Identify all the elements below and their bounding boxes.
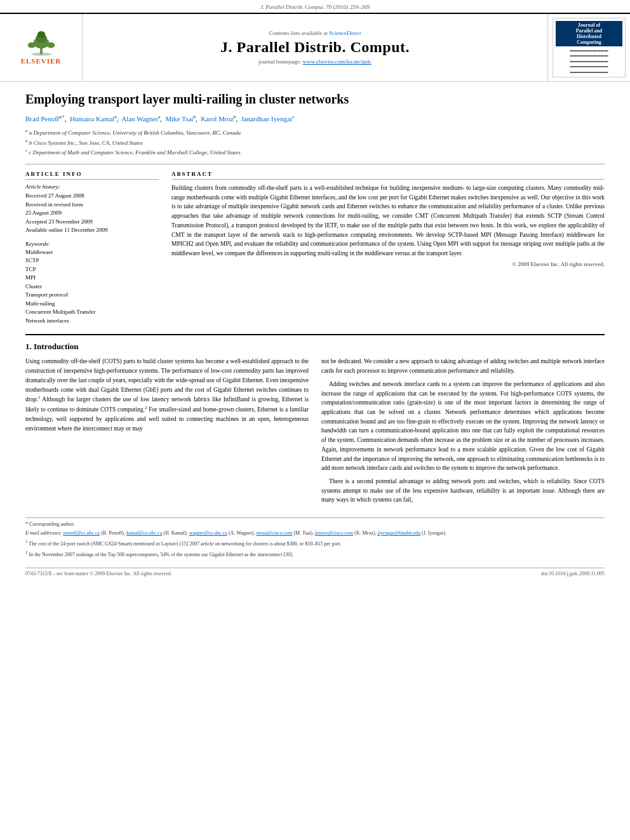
journal-title: J. Parallel Distrib. Comput. (220, 39, 410, 56)
body-left-col: Using commodity off-the-shelf (COTS) par… (25, 357, 309, 509)
email-iyengar[interactable]: jiyengar@fandm.edu (377, 530, 420, 536)
author-humaira: Humaira Kamal (70, 115, 115, 123)
sciencedirect-line: Contents lists available at ScienceDirec… (269, 30, 361, 36)
article-body: Employing transport layer multi-railing … (0, 82, 630, 583)
abstract-col: ABSTRACT Building clusters from commodit… (171, 171, 605, 325)
footnote-2: 2 In the November 2007 rankings of the T… (25, 549, 605, 559)
elsevier-logo-box: ELSEVIER (0, 14, 83, 81)
history-revised-label: Received in revised form (25, 201, 159, 209)
svg-point-1 (31, 53, 51, 56)
email-mroz[interactable]: kmroz@cisco.com (315, 530, 353, 536)
bottom-bar: 0743-7315/$ – see front matter © 2009 El… (25, 568, 605, 577)
svg-point-4 (37, 31, 44, 38)
keywords-section: Keywords: Middleware SCTP TCP MPI Cluste… (25, 241, 159, 326)
footnote-star: * Corresponding author. (25, 521, 605, 528)
footnotes-section: * Corresponding author. E-mail addresses… (25, 517, 605, 558)
journal-logo-lines: ▬▬▬▬▬▬▬▬▬▬ ▬▬▬▬▬▬▬▬▬▬ ▬▬▬▬▬▬▬▬▬▬ ▬▬▬▬▬▬▬… (556, 48, 622, 74)
copyright-line: © 2009 Elsevier Inc. All rights reserved… (171, 261, 605, 267)
history-received: Received 27 August 2008 (25, 192, 159, 200)
kw-network-interfaces: Network interfaces (25, 317, 159, 326)
section-title-intro: 1. Introduction (25, 342, 605, 352)
sciencedirect-link[interactable]: ScienceDirect (329, 30, 361, 36)
journal-homepage-link[interactable]: www.elsevier.com/locate/jpdc (303, 58, 372, 65)
journal-center: Contents lists available at ScienceDirec… (83, 14, 547, 81)
elsevier-tree-icon (19, 30, 64, 56)
body-two-col: Using commodity off-the-shelf (COTS) par… (25, 357, 605, 509)
history-label: Article history: (25, 183, 159, 190)
kw-sctp: SCTP (25, 257, 159, 265)
history-revised-date: 25 August 2009 (25, 209, 159, 217)
bottom-left: 0743-7315/$ – see front matter © 2009 El… (25, 571, 172, 577)
footnote-1: 1 The cost of the 24-port switch (SMC GS… (25, 538, 605, 548)
author-brad: Brad Penoff (25, 115, 59, 123)
citation-bar: J. Parallel Distrib. Comput. 70 (2010) 2… (0, 0, 630, 13)
article-info-col: ARTICLE INFO Article history: Received 2… (25, 171, 159, 325)
journal-logo-box: Journal ofParallel andDistributedComputi… (547, 14, 630, 81)
authors-line: Brad Penoffa,*, Humaira Kamala, Alan Wag… (25, 114, 605, 124)
author-alan: Alan Wagner (121, 115, 158, 123)
author-mike: Mike Tsai (165, 115, 193, 123)
intro-left-para: Using commodity off-the-shelf (COTS) par… (25, 357, 309, 433)
kw-multirailing: Multi-railing (25, 300, 159, 309)
journal-homepage-line: journal homepage: www.elsevier.com/locat… (258, 58, 372, 65)
author-janardhan: Janardhan Iyengar (241, 115, 293, 123)
history-online: Available online 11 December 2009 (25, 226, 159, 234)
affiliation-b: b b Cisco Systems Inc., San Jose, CA, Un… (25, 138, 605, 148)
kw-cmt: Concurrent Multipath Transfer (25, 308, 159, 317)
email-wagner[interactable]: wagner@cs.ubc.ca (189, 530, 227, 536)
abstract-text: Building clusters from commodity off-the… (171, 183, 605, 258)
keywords-label: Keywords: (25, 241, 159, 247)
intro-right-para-2: Adding switches and network interface ca… (321, 380, 605, 473)
email-kamal[interactable]: kamal@cs.ubc.ca (126, 530, 162, 536)
affiliation-a: a a Department of Computer Science, Univ… (25, 128, 605, 138)
elsevier-brand-text: ELSEVIER (21, 57, 62, 65)
divider-after-affiliations (25, 164, 605, 164)
abstract-header: ABSTRACT (171, 171, 605, 180)
kw-mpi: MPI (25, 274, 159, 283)
bottom-right: doi:10.1016/j.jpdc.2009.11.005 (541, 571, 605, 577)
journal-header: ELSEVIER Contents lists available at Sci… (0, 13, 630, 82)
email-tsai[interactable]: mtsai@cisco.com (257, 530, 293, 536)
journal-logo-inner: Journal ofParallel andDistributedComputi… (553, 18, 626, 77)
intro-right-para-1: not be dedicated. We consider a new appr… (321, 357, 605, 375)
history-accepted: Accepted 23 November 2009 (25, 218, 159, 226)
kw-tcp: TCP (25, 265, 159, 274)
author-karol: Karol Mroz (201, 115, 234, 123)
footnote-email: E-mail addresses: penoff@cs.ubc.ca (B. P… (25, 530, 605, 537)
kw-cluster: Cluster (25, 283, 159, 291)
email-penoff[interactable]: penoff@cs.ubc.ca (64, 530, 100, 536)
svg-point-6 (46, 43, 54, 48)
article-title: Employing transport layer multi-railing … (25, 91, 605, 107)
affiliations: a a Department of Computer Science, Univ… (25, 128, 605, 157)
kw-transport: Transport protocol (25, 291, 159, 300)
article-info-header: ARTICLE INFO (25, 171, 159, 180)
elsevier-logo: ELSEVIER (19, 30, 64, 65)
svg-point-5 (27, 43, 35, 48)
body-right-col: not be dedicated. We consider a new appr… (321, 357, 605, 509)
kw-middleware: Middleware (25, 248, 159, 257)
page: J. Parallel Distrib. Comput. 70 (2010) 2… (0, 0, 630, 840)
article-info-abstract-section: ARTICLE INFO Article history: Received 2… (25, 171, 605, 325)
citation-text: J. Parallel Distrib. Comput. 70 (2010) 2… (260, 4, 370, 10)
journal-logo-title: Journal ofParallel andDistributedComputi… (556, 21, 622, 46)
intro-right-para-3: There is a second potential advantage to… (321, 477, 605, 505)
section-separator (25, 334, 605, 335)
affiliation-c: c c Department of Math and Computer Scie… (25, 147, 605, 157)
